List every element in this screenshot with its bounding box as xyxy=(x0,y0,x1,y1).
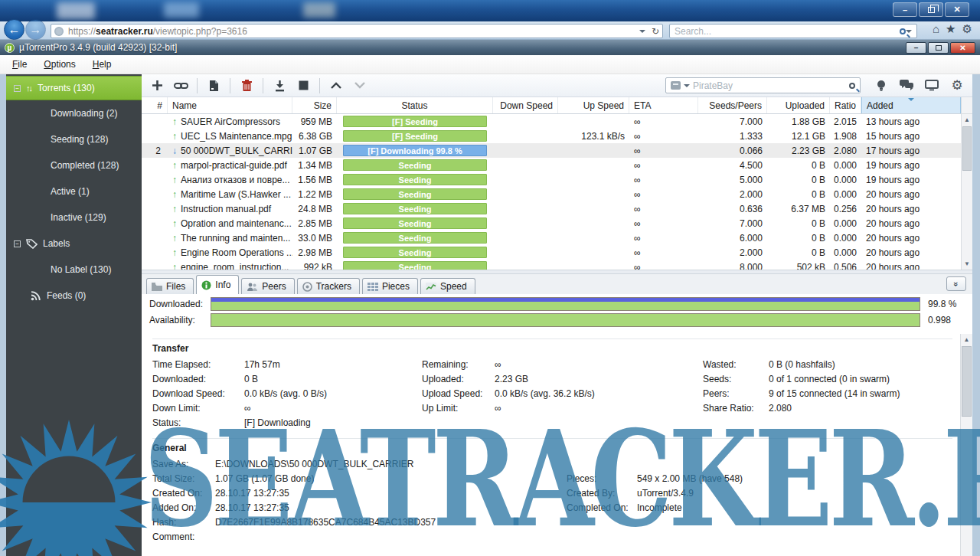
table-row[interactable]: ↑Engine Room Operations ... 2.98 MB Seed… xyxy=(142,245,961,260)
address-bar[interactable]: https://seatracker.ru/viewtopic.php?p=36… xyxy=(51,24,663,38)
column-header-size[interactable]: Size xyxy=(292,97,337,113)
create-torrent-button[interactable] xyxy=(206,78,221,93)
field-label: Wasted: xyxy=(703,359,769,374)
table-row[interactable]: ↑UEC_LS Maintenance.mpg 6.38 GB [F] Seed… xyxy=(142,129,961,143)
torrent-search-input[interactable] xyxy=(693,80,846,91)
table-row[interactable]: ↑Maritime Law (S.Hawker ... 1.22 MB Seed… xyxy=(142,187,961,201)
table-row[interactable]: ↑The running and mainten... 33.0 MB Seed… xyxy=(142,231,961,245)
field-label: Completed On: xyxy=(567,502,637,517)
sidebar-item-no-label[interactable]: No Label (130) xyxy=(6,257,142,283)
scrollbar-spacer xyxy=(961,97,972,114)
move-down-queue-button[interactable] xyxy=(352,78,368,93)
app-maximize-button[interactable] xyxy=(928,42,949,54)
sidebar-item-active[interactable]: Active (1) xyxy=(6,178,142,204)
scroll-up-icon[interactable]: ▲ xyxy=(961,334,972,345)
field-label: Hash: xyxy=(152,517,215,531)
browser-search-input[interactable] xyxy=(675,26,900,37)
column-header-eta[interactable]: ETA xyxy=(629,97,698,113)
tab-speed[interactable]: Speed xyxy=(420,278,475,294)
collapse-panel-button[interactable]: » xyxy=(946,276,966,291)
app-minimize-button[interactable]: – xyxy=(906,42,926,54)
sidebar-item-feeds[interactable]: Feeds (0) xyxy=(6,283,142,309)
column-header-added[interactable]: Added xyxy=(861,97,961,113)
favorites-icon[interactable]: ★ xyxy=(946,22,956,36)
table-row[interactable]: ↑Instruction manual.pdf 24.8 MB Seeding … xyxy=(142,201,961,216)
move-up-queue-button[interactable] xyxy=(328,78,344,93)
field-label: Save As: xyxy=(152,459,215,473)
chat-icon[interactable] xyxy=(899,78,914,93)
search-engine-dropdown-icon[interactable] xyxy=(684,84,690,90)
direction-icon: ↑ xyxy=(172,233,177,244)
column-header-name[interactable]: Name xyxy=(168,97,292,113)
tab-pieces[interactable]: Pieces xyxy=(362,278,418,294)
menu-help[interactable]: Help xyxy=(93,59,112,70)
column-header-up-speed[interactable]: Up Speed xyxy=(558,97,629,113)
back-button[interactable]: ← xyxy=(4,19,24,40)
menu-options[interactable]: Options xyxy=(44,59,75,70)
app-close-button[interactable]: ✕ xyxy=(950,42,975,54)
search-icon[interactable] xyxy=(900,28,906,34)
tab-trackers[interactable]: Trackers xyxy=(297,278,360,294)
remove-torrent-button[interactable] xyxy=(239,78,254,93)
column-header-number[interactable]: # xyxy=(142,97,168,113)
browser-close-button[interactable]: ✕ xyxy=(945,2,969,17)
menu-file[interactable]: File xyxy=(12,59,27,70)
info-scrollbar[interactable]: ▲ xyxy=(960,334,972,556)
address-dropdown-icon[interactable] xyxy=(639,30,645,36)
list-scrollbar[interactable]: ▲ ▼ xyxy=(961,114,972,270)
torrent-search-box[interactable] xyxy=(665,77,861,93)
tab-info[interactable]: Info xyxy=(196,275,239,294)
status-bar: [F] Downloading 99.8 % xyxy=(343,145,487,156)
tools-icon[interactable]: ⚙ xyxy=(962,22,972,36)
table-row[interactable]: ↑marpol-practical-guide.pdf 1.34 MB Seed… xyxy=(142,158,961,172)
field-label: Created On: xyxy=(152,488,215,502)
status-bar: [F] Seeding xyxy=(343,130,487,142)
column-header-status[interactable]: Status xyxy=(337,97,493,113)
direction-icon: ↑ xyxy=(172,175,177,185)
search-icon[interactable] xyxy=(849,83,855,89)
search-engine-icon[interactable] xyxy=(671,81,681,90)
direction-icon: ↑ xyxy=(172,131,177,142)
refresh-icon[interactable]: ↻ xyxy=(652,26,659,37)
table-row[interactable]: ↑SAUER AirCompressors 959 MB [F] Seeding… xyxy=(142,114,961,129)
sidebar-item-inactive[interactable]: Inactive (129) xyxy=(6,204,142,231)
sidebar-item-seeding[interactable]: Seeding (128) xyxy=(6,126,142,152)
table-row[interactable]: ↑engine_room_instruction... 992 kB Seedi… xyxy=(142,260,961,270)
scroll-down-icon[interactable]: ▼ xyxy=(962,258,972,270)
torrent-name: Instruction manual.pdf xyxy=(181,204,271,214)
browser-restore-button[interactable] xyxy=(919,2,943,17)
torrent-name: Maritime Law (S.Hawker ... xyxy=(181,189,291,200)
browser-minimize-button[interactable]: – xyxy=(893,2,917,17)
table-row[interactable]: ↑Opration and maintenanc... 2.85 MB Seed… xyxy=(142,216,961,231)
collapse-icon[interactable]: − xyxy=(14,85,21,92)
collapse-icon[interactable]: − xyxy=(14,240,21,247)
forward-button[interactable]: → xyxy=(25,19,46,40)
home-icon[interactable]: ⌂ xyxy=(933,22,939,36)
start-torrent-button[interactable] xyxy=(272,78,287,93)
column-header-seeds-peers[interactable]: Seeds/Peers xyxy=(698,97,767,113)
settings-gear-icon[interactable]: ⚙ xyxy=(949,78,965,93)
sidebar-item-labels[interactable]: − Labels xyxy=(6,231,142,257)
sidebar-item-torrents[interactable]: − ↑↓ Torrents (130) xyxy=(6,76,142,100)
scrollbar-thumb[interactable] xyxy=(962,126,972,171)
add-url-button[interactable] xyxy=(173,78,188,93)
tab-files[interactable]: Files xyxy=(146,278,194,294)
offers-bulb-icon[interactable] xyxy=(874,78,889,93)
desktop-icon-blur xyxy=(303,2,335,18)
tab-peers[interactable]: Peers xyxy=(241,278,294,294)
sidebar-item-downloading[interactable]: Downloading (2) xyxy=(6,100,142,126)
column-header-down-speed[interactable]: Down Speed xyxy=(493,97,558,113)
sidebar-item-completed[interactable]: Completed (128) xyxy=(6,152,142,178)
remote-devices-icon[interactable] xyxy=(924,78,939,93)
tracker-icon xyxy=(302,282,312,292)
column-header-ratio[interactable]: Ratio xyxy=(830,97,861,113)
column-header-uploaded[interactable]: Uploaded xyxy=(767,97,830,113)
stop-torrent-button[interactable] xyxy=(296,78,311,93)
screen: – ✕ ← → https://seatracker.ru/viewtopic.… xyxy=(0,0,980,556)
table-row[interactable]: 2 ↓50 000DWT_BULK_CARRIER 1.07 GB [F] Do… xyxy=(142,143,961,158)
add-torrent-button[interactable] xyxy=(149,78,165,93)
table-row[interactable]: ↑Анализ отказов и повре... 1.56 MB Seedi… xyxy=(142,172,961,187)
browser-search-box[interactable] xyxy=(669,24,917,38)
scroll-up-icon[interactable]: ▲ xyxy=(962,114,972,126)
scrollbar-thumb[interactable] xyxy=(962,346,972,417)
